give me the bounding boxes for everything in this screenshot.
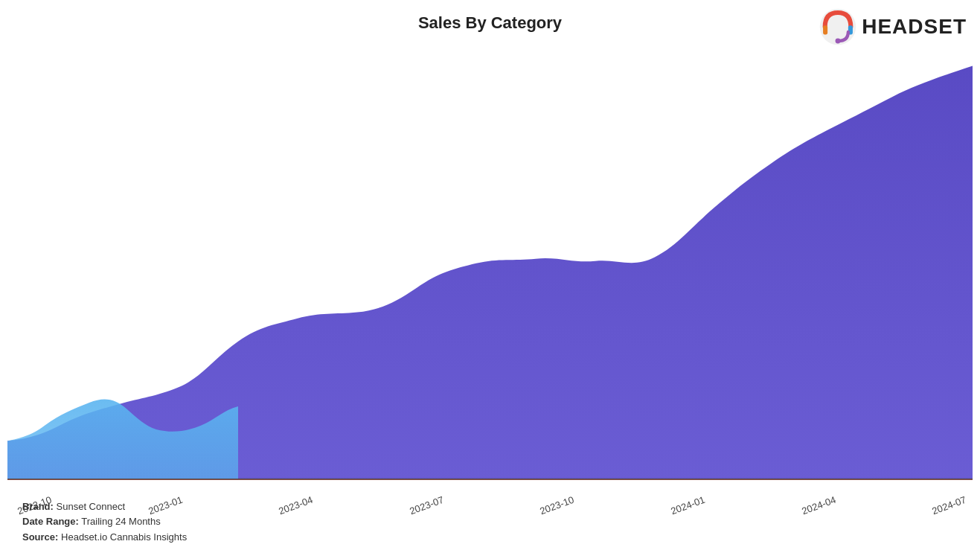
source-label: Source: xyxy=(22,531,58,543)
x-label-2: 2023-04 xyxy=(278,494,315,517)
footer-source: Source: Headset.io Cannabis Insights xyxy=(22,530,187,546)
x-label-7: 2024-07 xyxy=(931,494,968,517)
svg-point-3 xyxy=(836,39,841,44)
footer-brand: Brand: Sunset Connect xyxy=(22,499,187,515)
x-label-5: 2024-01 xyxy=(669,494,706,517)
footer-date-range: Date Range: Trailing 24 Months xyxy=(22,514,187,530)
svg-rect-1 xyxy=(823,25,827,34)
x-label-4: 2023-10 xyxy=(539,494,576,517)
chart-svg xyxy=(7,51,973,487)
headset-logo: HEADSET xyxy=(819,7,967,46)
date-range-label: Date Range: xyxy=(22,516,79,527)
x-label-3: 2023-07 xyxy=(408,494,445,517)
x-label-6: 2024-04 xyxy=(800,494,837,517)
headset-logo-icon xyxy=(819,7,857,46)
chart-container: Sales By Category HEADSET Concentrates E… xyxy=(0,0,980,550)
date-range-value: Trailing 24 Months xyxy=(81,516,160,527)
chart-footer: Brand: Sunset Connect Date Range: Traili… xyxy=(22,499,187,546)
chart-area xyxy=(7,51,973,487)
brand-value: Sunset Connect xyxy=(57,501,126,512)
brand-label: Brand: xyxy=(22,501,54,512)
source-value: Headset.io Cannabis Insights xyxy=(61,531,187,543)
headset-logo-text: HEADSET xyxy=(862,15,967,39)
